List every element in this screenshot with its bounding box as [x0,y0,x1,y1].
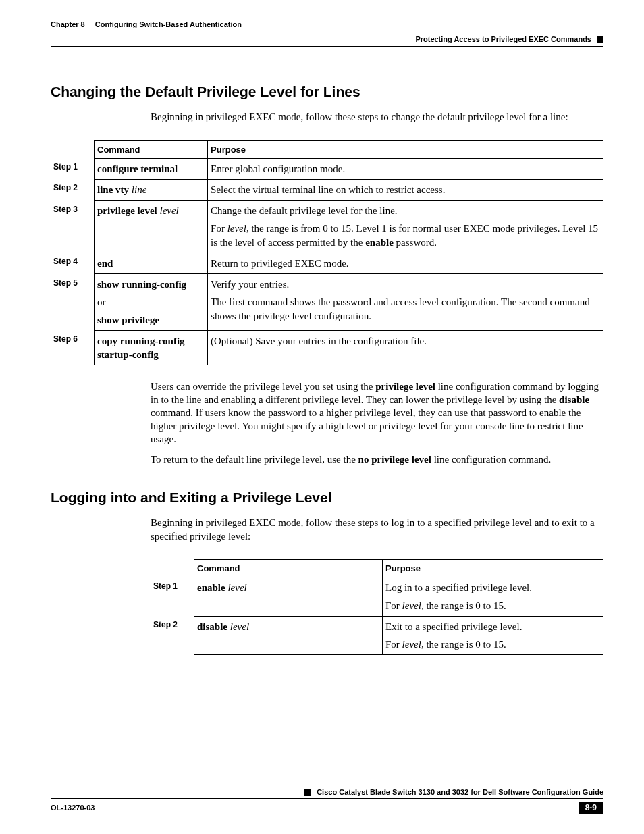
section1-para1: Users can override the privilege level y… [151,380,603,446]
table-row: Step 2 disable level Exit to a specified… [151,616,603,655]
chapter-label: Chapter 8 [51,20,85,28]
chapter-line: Chapter 8 Configuring Switch-Based Authe… [51,20,603,28]
table2: Command Purpose Step 1 enable level Log … [151,559,603,655]
purpose-line: Log in to a specified privilege level. [385,582,532,593]
footer-title-row: Cisco Catalyst Blade Switch 3130 and 303… [51,786,603,799]
table-row: Step 2 line vty line Select the virtual … [51,179,603,200]
cmd: show privilege [97,313,205,327]
cmd: copy running-config startup-config [97,336,185,360]
step-label: Step 4 [51,253,95,273]
step-label: Step 5 [51,274,95,331]
purpose-line: The first command shows the password and… [211,295,600,323]
cmd: configure terminal [97,163,178,174]
section1-intro: Beginning in privileged EXEC mode, follo… [151,111,603,124]
page-footer: Cisco Catalyst Blade Switch 3130 and 303… [51,786,603,814]
cmd: disable [197,621,227,632]
purpose: Return to privileged EXEC mode. [208,253,603,273]
cmd: privilege level [97,205,157,216]
chapter-title: Configuring Switch-Based Authentication [95,20,242,28]
page-header: Chapter 8 Configuring Switch-Based Authe… [51,20,603,47]
page-number: 8-9 [579,802,603,814]
step-label: Step 1 [51,158,95,179]
section-breadcrumb: Protecting Access to Privileged EXEC Com… [415,35,591,43]
table-row: Step 1 configure terminal Enter global c… [51,158,603,179]
table-row: Step 3 privilege level level Change the … [51,201,603,253]
table1: Command Purpose Step 1 configure termina… [51,140,603,366]
section1-para2: To return to the default line privilege … [151,453,603,467]
th-command: Command [194,560,383,577]
purpose-line: Change the default privilege level for t… [211,205,398,216]
th-purpose: Purpose [383,560,603,577]
section-breadcrumb-row: Protecting Access to Privileged EXEC Com… [51,35,603,43]
step-label: Step 6 [51,330,95,365]
table-row: Step 4 end Return to privileged EXEC mod… [51,253,603,273]
th-command: Command [95,140,208,158]
table-row: Step 1 enable level Log in to a specifie… [151,577,603,617]
th-purpose: Purpose [208,140,603,158]
header-marker-icon [597,36,603,43]
section2-title: Logging into and Exiting a Privilege Lev… [51,490,603,506]
cmd: line vty [97,184,129,195]
step-label: Step 2 [151,616,194,655]
cmd-arg: level [227,582,246,593]
table-row: Step 5 show running-config or show privi… [51,274,603,331]
purpose: Select the virtual terminal line on whic… [208,179,603,200]
cmd: show running-config [97,279,186,290]
section2-intro: Beginning in privileged EXEC mode, follo… [151,517,603,543]
cmd-arg: level [159,205,178,216]
step-label: Step 3 [51,201,95,253]
cmd-arg: line [132,184,147,195]
step-label: Step 2 [51,179,95,200]
table-row: Step 6 copy running-config startup-confi… [51,330,603,365]
book-title: Cisco Catalyst Blade Switch 3130 and 303… [317,788,603,796]
page: Chapter 8 Configuring Switch-Based Authe… [0,0,644,834]
cmd: enable [197,582,225,593]
doc-id: OL-13270-03 [51,804,95,812]
step-label: Step 1 [151,577,194,617]
cmd: end [97,258,113,269]
purpose: Enter global configuration mode. [208,158,603,179]
purpose-line: Exit to a specified privilege level. [385,621,522,632]
cmd-arg: level [230,621,249,632]
cmd-or: or [97,295,205,309]
purpose-line: Verify your entries. [211,279,289,290]
section1-title: Changing the Default Privilege Level for… [51,84,603,100]
footer-marker-icon [304,789,311,796]
purpose: (Optional) Save your entries in the conf… [208,330,603,365]
